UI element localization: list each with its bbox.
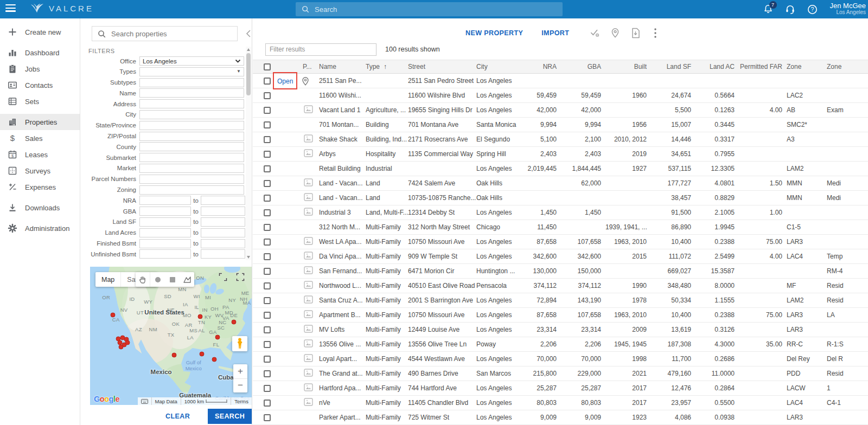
row-checkbox[interactable] [264, 400, 271, 407]
county-input[interactable] [139, 142, 244, 151]
sidebar-item-contacts[interactable]: Contacts [0, 77, 80, 93]
support-icon[interactable] [784, 3, 796, 15]
row-checkbox[interactable] [264, 180, 271, 187]
expand-view-icon[interactable] [218, 272, 229, 283]
types-select[interactable]: ▼ [139, 67, 244, 76]
nra-min-input[interactable] [139, 196, 191, 205]
row-checkbox[interactable] [264, 239, 271, 246]
subtypes-input[interactable] [139, 78, 244, 87]
export-file-icon[interactable] [630, 28, 641, 38]
sidebar-item-dashboard[interactable]: Dashboard [0, 44, 80, 61]
map-canvas[interactable] [90, 267, 252, 405]
map-view-button[interactable]: Map [95, 272, 120, 287]
name-input[interactable] [139, 88, 244, 98]
collapse-panel-chevron-icon[interactable] [245, 29, 253, 38]
nra-max-input[interactable] [201, 196, 245, 205]
land-sf-max-input[interactable] [201, 217, 245, 227]
valcre-logo[interactable]: VALCRE [30, 2, 94, 14]
parcel-numbers-input[interactable] [139, 175, 244, 184]
filter-results-input[interactable] [265, 43, 376, 56]
sidebar-item-properties[interactable]: Properties [0, 114, 80, 130]
fullscreen-icon[interactable] [235, 272, 246, 283]
row-checkbox[interactable] [264, 151, 271, 158]
notifications-bell-icon[interactable]: 7 [762, 3, 774, 15]
zoning-input[interactable] [139, 185, 244, 195]
map-pin-icon[interactable] [610, 28, 621, 38]
sidebar-item-create-new[interactable]: Create new [0, 24, 80, 40]
column-header-gba[interactable]: GBA [561, 60, 605, 74]
row-checkbox[interactable] [264, 356, 271, 363]
row-checkbox[interactable] [264, 92, 271, 99]
zoom-in-button[interactable]: + [233, 364, 247, 379]
row-checkbox[interactable] [264, 370, 271, 377]
market-input[interactable] [139, 164, 244, 173]
map-data-label[interactable]: Map Data [151, 397, 181, 405]
sidebar-item-expenses[interactable]: Expenses [0, 179, 80, 195]
sidebar-item-downloads[interactable]: Downloads [0, 199, 80, 216]
column-header-far[interactable]: Permitted FAR [739, 60, 787, 74]
row-checkbox[interactable] [264, 165, 271, 172]
finished-bsmt-max-input[interactable] [201, 239, 245, 248]
land-acres-min-input[interactable] [139, 228, 191, 237]
draw-polygon-icon[interactable] [180, 272, 194, 287]
row-checkbox[interactable] [264, 224, 271, 231]
unfinished-bsmt-max-input[interactable] [201, 249, 245, 259]
open-button[interactable]: Open [277, 78, 293, 85]
zoom-out-button[interactable]: − [233, 379, 247, 393]
row-checkbox[interactable] [264, 268, 271, 275]
submarket-input[interactable] [139, 153, 244, 162]
bulk-select-icon[interactable] [590, 28, 601, 38]
row-checkbox[interactable] [264, 312, 271, 319]
sidebar-item-surveys[interactable]: Surveys [0, 163, 80, 179]
column-header-city[interactable]: City [476, 60, 520, 74]
column-header-nra[interactable]: NRA [520, 60, 561, 74]
address-input[interactable] [139, 99, 244, 108]
global-search-input[interactable] [315, 5, 557, 14]
row-checkbox[interactable] [264, 121, 271, 128]
global-search[interactable] [296, 2, 563, 16]
column-header-zone[interactable]: Zone [787, 60, 827, 74]
clear-button[interactable]: CLEAR [165, 413, 190, 420]
row-checkbox[interactable] [264, 136, 271, 143]
land-acres-max-input[interactable] [201, 228, 245, 237]
row-checkbox[interactable] [264, 341, 271, 348]
column-header-land_ac[interactable]: Land AC [695, 60, 739, 74]
sidebar-item-sets[interactable]: Sets [0, 93, 80, 110]
office-select[interactable]: Los Angeles [139, 56, 244, 66]
row-checkbox[interactable] [264, 385, 271, 392]
land-sf-min-input[interactable] [139, 217, 191, 227]
column-header-ctrl[interactable] [253, 60, 303, 74]
map[interactable]: United StatesMexicoCubaGuatemalaGulf ofM… [90, 267, 252, 405]
scroll-down-arrow-icon[interactable] [247, 256, 250, 259]
new-property-button[interactable]: NEW PROPERTY [465, 29, 523, 37]
pan-hand-icon[interactable] [136, 272, 150, 287]
city-input[interactable] [139, 110, 244, 119]
state-province-input[interactable] [139, 121, 244, 130]
sidebar-item-leases[interactable]: $ Leases [0, 146, 80, 163]
street-view-pegman-icon[interactable] [232, 336, 247, 351]
column-header-built[interactable]: Built [605, 60, 651, 74]
draw-circle-icon[interactable] [150, 272, 165, 287]
row-checkbox[interactable] [264, 282, 271, 289]
draw-rectangle-icon[interactable] [165, 272, 180, 287]
hamburger-menu-icon[interactable] [5, 4, 17, 14]
unfinished-bsmt-min-input[interactable] [139, 249, 191, 259]
row-checkbox[interactable] [264, 414, 271, 421]
keyboard-shortcuts-icon[interactable] [138, 397, 151, 405]
map-terms-link[interactable]: Terms [231, 397, 252, 405]
gba-min-input[interactable] [139, 207, 191, 216]
gba-max-input[interactable] [201, 207, 245, 216]
column-header-photo[interactable]: P... [303, 60, 319, 74]
column-header-type[interactable]: Type↑ [366, 60, 408, 74]
select-all-checkbox[interactable] [264, 63, 271, 70]
scroll-up-arrow-icon[interactable] [247, 48, 250, 51]
more-options-kebab-icon[interactable] [650, 28, 661, 38]
row-checkbox[interactable] [264, 326, 271, 333]
finished-bsmt-min-input[interactable] [139, 239, 191, 248]
row-checkbox[interactable] [264, 297, 271, 304]
column-header-street[interactable]: Street [408, 60, 476, 74]
location-pin-icon[interactable] [301, 76, 310, 88]
column-header-name[interactable]: Name [319, 60, 366, 74]
google-logo[interactable]: Google [94, 395, 119, 403]
user-profile[interactable]: Jen McGee Los Angeles [830, 3, 867, 16]
